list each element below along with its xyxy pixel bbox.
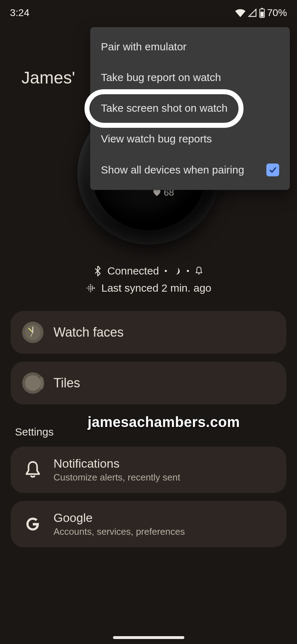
svg-point-4 [90, 286, 91, 287]
separator-dot [165, 270, 167, 272]
svg-point-7 [90, 291, 91, 292]
overflow-menu: Pair with emulator Take bug report on wa… [90, 27, 290, 190]
svg-point-13 [92, 289, 93, 290]
svg-rect-2 [261, 12, 264, 17]
google-title: Google [53, 511, 185, 525]
google-card[interactable]: Google Accounts, services, preferences [11, 501, 286, 547]
moon-icon [173, 266, 181, 276]
last-synced-label: Last synced 2 min. ago [101, 280, 211, 297]
battery-icon [259, 8, 265, 18]
battery-percentage: 70% [267, 7, 287, 19]
watch-faces-card[interactable]: Watch faces [11, 311, 286, 354]
connection-status: Connected Last synced 2 min. ago [0, 262, 297, 297]
svg-point-5 [90, 287, 91, 289]
svg-point-10 [88, 290, 89, 291]
svg-point-8 [88, 286, 89, 287]
google-icon [22, 513, 43, 535]
svg-point-9 [88, 287, 89, 288]
status-time: 3:24 [10, 7, 30, 19]
svg-point-14 [87, 288, 88, 289]
tiles-label: Tiles [53, 376, 80, 391]
svg-rect-1 [261, 8, 263, 9]
menu-pair-emulator[interactable]: Pair with emulator [90, 31, 290, 62]
tiles-card[interactable]: Tiles [11, 362, 286, 404]
svg-point-6 [90, 289, 91, 290]
notifications-title: Notifications [53, 457, 180, 471]
cell-signal-icon [248, 9, 257, 17]
svg-point-11 [92, 286, 93, 287]
watch-faces-icon [22, 322, 43, 343]
menu-show-all-devices[interactable]: Show all devices when pairing [90, 154, 290, 186]
connection-line-2: Last synced 2 min. ago [0, 280, 297, 297]
tiles-icon [22, 372, 43, 394]
heart-icon [153, 189, 161, 196]
menu-view-reports[interactable]: View watch bug reports [90, 124, 290, 154]
menu-bug-report[interactable]: Take bug report on watch [90, 62, 290, 93]
notifications-icon [22, 459, 43, 481]
home-indicator[interactable] [113, 636, 184, 639]
watch-faces-label: Watch faces [53, 325, 124, 340]
notifications-card[interactable]: Notifications Customize alerts, recently… [11, 447, 286, 493]
menu-screenshot[interactable]: Take screen shot on watch [90, 93, 290, 124]
google-subtitle: Accounts, services, preferences [53, 526, 185, 537]
wifi-icon [235, 9, 246, 17]
bluetooth-icon [94, 266, 102, 276]
status-icons: 70% [235, 7, 287, 19]
status-bar: 3:24 70% [0, 0, 297, 21]
svg-point-12 [92, 287, 93, 289]
checkbox-checked-icon[interactable] [266, 163, 279, 176]
svg-point-3 [90, 284, 91, 285]
watermark-text: jamesachambers.com [88, 414, 240, 430]
fitbit-icon [86, 283, 96, 293]
separator-dot [187, 270, 189, 272]
svg-point-15 [93, 287, 95, 289]
notifications-subtitle: Customize alerts, recently sent [53, 472, 180, 483]
bell-icon [195, 266, 203, 276]
